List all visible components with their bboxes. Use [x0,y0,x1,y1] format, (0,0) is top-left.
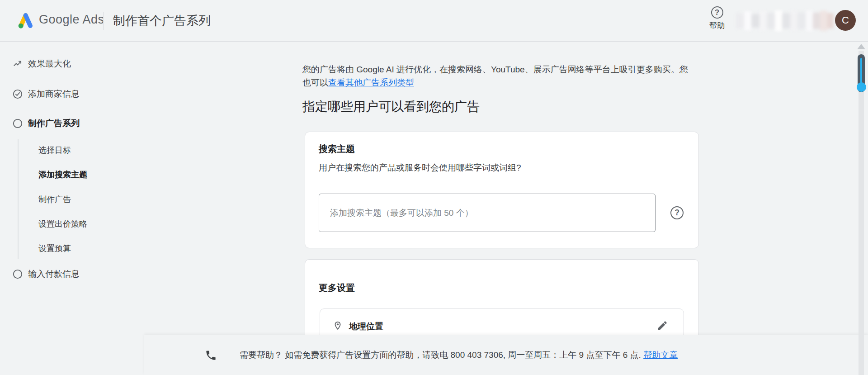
input-help-icon[interactable]: ? [670,206,684,219]
header-divider [103,12,104,30]
search-themes-title: 搜索主题 [319,143,355,155]
sidebar-subitem-choose-goal[interactable]: 选择目标 [38,145,71,156]
phone-icon [205,349,217,361]
page-title: 制作首个广告系列 [113,13,211,29]
intro-text: 您的广告将由 Google AI 进行优化，在搜索网络、YouTube、展示广告… [302,63,700,89]
search-themes-card: 搜索主题 用户在搜索您的产品或服务时会使用哪些字词或词组? ? [305,132,699,248]
sidebar-item-label: 添加商家信息 [28,88,80,100]
sidebar-item-create-campaign[interactable]: 制作广告系列 [0,118,144,129]
account-info-blurred [736,10,834,32]
app-header: Google Ads 制作首个广告系列 ? 帮助 C [0,0,868,42]
scroll-up-arrow[interactable] [857,44,865,49]
avatar[interactable]: C [835,10,856,31]
subitem-rail [18,139,19,259]
sidebar-subitem-budget[interactable]: 设置预算 [38,243,71,254]
intro-line2-prefix: 也可以 [302,78,328,87]
radio-circle-icon [13,119,23,128]
page: Google Ads 制作首个广告系列 ? 帮助 C [0,0,868,375]
page-heading: 指定哪些用户可以看到您的广告 [302,98,480,115]
product-name: Google Ads [39,13,104,27]
sidebar-item-label: 效果最大化 [28,58,71,70]
sidebar-item-payment-info[interactable]: 输入付款信息 [0,268,144,280]
intro-line1: 您的广告将由 Google AI 进行优化，在搜索网络、YouTube、展示广告… [302,65,688,74]
progress-sidebar: 效果最大化 添加商家信息 制作广告系列 选择目标 添加搜索主题 制作广告 设置出… [0,42,144,375]
performance-icon [13,59,23,69]
search-themes-input[interactable] [319,194,656,232]
location-label: 地理位置 [349,321,383,332]
help-articles-link[interactable]: 帮助文章 [643,350,678,360]
google-ads-logo-icon [16,12,34,30]
sidebar-divider [11,78,137,78]
help-label: 帮助 [703,20,731,31]
scrollbar-track[interactable] [859,51,864,375]
sidebar-subitem-bidding-strategy[interactable]: 设置出价策略 [38,218,87,229]
scroll-indicator-line [860,58,862,86]
sidebar-subitem-create-ads[interactable]: 制作广告 [38,194,71,205]
scroll-indicator-ball [857,82,866,92]
sidebar-item-label: 输入付款信息 [28,268,80,280]
more-settings-title: 更多设置 [319,282,355,294]
search-themes-question: 用户在搜索您的产品或服务时会使用哪些字词或词组? [319,162,521,174]
edit-icon[interactable] [656,320,668,332]
sidebar-item-performance-max[interactable]: 效果最大化 [0,58,144,70]
campaign-types-link[interactable]: 查看其他广告系列类型 [328,78,414,87]
sidebar-item-label: 制作广告系列 [28,118,80,129]
help-button[interactable]: ? 帮助 [703,6,731,31]
radio-circle-icon [13,269,23,279]
sidebar-subitem-add-search-themes[interactable]: 添加搜索主题 [38,169,87,180]
help-bar: 需要帮助？ 如需免费获得广告设置方面的帮助，请致电 800 403 7306, … [144,335,868,375]
help-bar-text: 需要帮助？ 如需免费获得广告设置方面的帮助，请致电 800 403 7306, … [240,349,678,361]
check-circle-icon [13,89,23,99]
location-pin-icon [333,321,343,331]
sidebar-item-business-info[interactable]: 添加商家信息 [0,88,144,100]
help-icon: ? [711,6,723,19]
